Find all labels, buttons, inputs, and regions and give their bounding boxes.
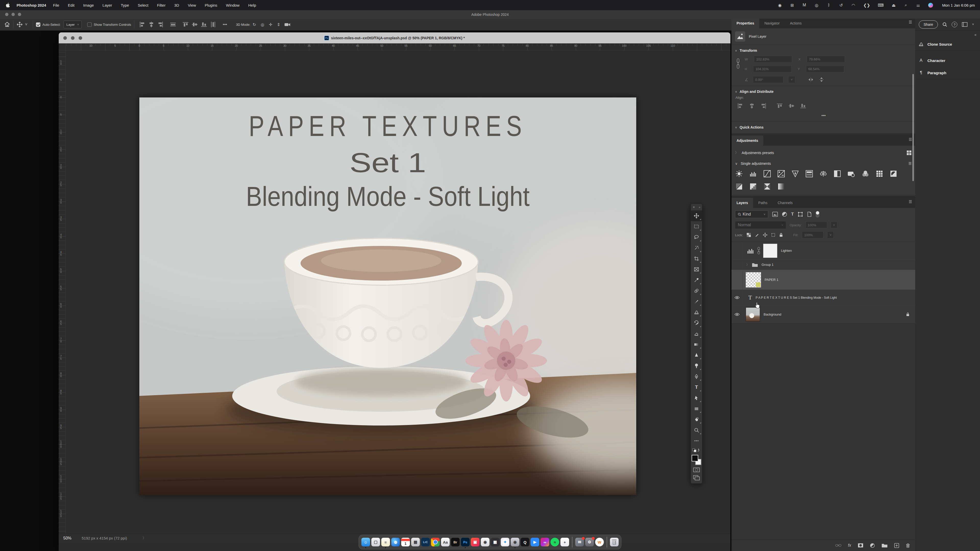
status-icon[interactable]: ⌕ <box>904 3 908 7</box>
canvas-workspace[interactable]: 1050510152025303540455055606570758085909… <box>59 43 730 542</box>
tool-lasso[interactable] <box>691 232 702 243</box>
tool-frame[interactable] <box>691 264 702 275</box>
link-dimensions-icon[interactable] <box>736 58 740 69</box>
tool-gradient[interactable] <box>691 339 702 350</box>
single-adjustments-header[interactable]: Single adjustments <box>741 162 771 165</box>
opacity-field[interactable]: 100% <box>805 221 827 229</box>
layer-thumbnail[interactable] <box>746 307 760 322</box>
adj-gradient-map-icon[interactable] <box>776 182 786 191</box>
mask-link-icon[interactable] <box>757 247 760 254</box>
tool-rectangle[interactable] <box>691 403 702 414</box>
tool-brush[interactable] <box>691 296 702 307</box>
help-icon[interactable]: ? <box>952 22 957 27</box>
dock-app-icon[interactable]: LrC <box>421 538 430 546</box>
status-icon[interactable]: ⌨ <box>878 3 883 8</box>
share-button[interactable]: Share <box>919 21 938 29</box>
filter-kind-dropdown[interactable]: Kind ˅ <box>735 210 768 218</box>
adj-threshold-icon[interactable] <box>749 182 758 191</box>
apple-menu[interactable] <box>6 3 10 8</box>
blend-mode-dropdown[interactable]: Normal˅ <box>735 221 786 229</box>
menu-item[interactable]: 3D <box>170 3 183 7</box>
panel-menu-icon[interactable]: ☰ <box>909 20 912 24</box>
adjustments-presets-header[interactable]: Adjustments presets <box>741 151 774 155</box>
tool-move[interactable] <box>691 210 702 221</box>
ruler-horizontal[interactable]: 1050510152025303540455055606570758085909… <box>66 43 730 51</box>
status-icon[interactable]: ◠ <box>851 3 856 8</box>
filter-toggle[interactable] <box>816 211 819 218</box>
prop-align-top-icon[interactable] <box>776 103 783 109</box>
adj-channel-mixer-icon[interactable] <box>861 169 870 178</box>
layer-thumbnail[interactable] <box>746 272 761 287</box>
tab-navigator[interactable]: Navigator <box>759 18 785 28</box>
prop-align-bottom-icon[interactable] <box>800 103 807 109</box>
menu-clock[interactable]: Mon 1 Jan 6:06 pm <box>942 3 975 7</box>
dock-app-icon[interactable]: ◉ <box>511 538 519 546</box>
menu-item[interactable]: Select <box>134 3 153 7</box>
adj-posterize-icon[interactable] <box>735 182 744 191</box>
auto-select-dropdown[interactable]: Layer˅ <box>64 21 82 28</box>
panel-paragraph[interactable]: ¶ Paragraph <box>915 67 980 79</box>
align-vertical-centers-icon[interactable] <box>191 21 198 28</box>
dock-app-icon[interactable]: Q <box>520 538 529 546</box>
dock-app-icon[interactable]: ◍ <box>391 538 400 546</box>
tool-rectangular-marquee[interactable] <box>691 221 702 232</box>
flip-horizontal-icon[interactable] <box>808 77 814 83</box>
3d-slide-icon[interactable]: ⇕ <box>277 22 280 27</box>
rotation-dropdown[interactable]: ˅ <box>788 76 795 83</box>
filter-smart-objects-icon[interactable] <box>807 212 811 217</box>
dock-app-icon[interactable]: W <box>595 538 604 546</box>
dock-app-icon[interactable]: Br <box>451 538 460 546</box>
tab-channels[interactable]: Channels <box>773 198 798 208</box>
prop-align-hcenter-icon[interactable] <box>749 103 755 109</box>
layer-row-paper1[interactable]: PAPER 1 <box>732 270 915 290</box>
distribute-horizontal-icon[interactable] <box>170 21 177 28</box>
tool-eyedropper[interactable] <box>691 275 702 286</box>
tab-adjustments[interactable]: Adjustments <box>732 135 763 146</box>
menu-item[interactable]: View <box>183 3 200 7</box>
more-align-options[interactable]: ••• <box>223 22 227 27</box>
foreground-background-swatches[interactable] <box>691 455 702 465</box>
status-icon[interactable]: ◎ <box>815 3 819 8</box>
delete-layer-icon[interactable] <box>906 543 910 548</box>
group-expand-chevron[interactable]: 〉 <box>746 262 749 267</box>
rotation-field[interactable]: 0.00° <box>753 76 783 83</box>
workspace-icon[interactable] <box>962 22 967 27</box>
dock-app-icon[interactable]: ▢ <box>371 538 380 546</box>
dock-app-icon[interactable]: ✉ <box>575 538 584 546</box>
dock-app-icon[interactable]: ≡ <box>381 538 390 546</box>
adj-levels-icon[interactable] <box>749 169 758 178</box>
align-left-edges-icon[interactable] <box>139 21 145 28</box>
menu-app-name[interactable]: Photoshop 2024 <box>17 3 46 7</box>
dock-app-icon[interactable]: ☺ <box>361 538 370 546</box>
status-icon[interactable]: ⚌ <box>916 3 921 8</box>
lock-pixels-icon[interactable] <box>755 233 759 237</box>
ruler-vertical[interactable]: 1 05051 01 52 02 53 03 54 04 55 05 56 06… <box>59 51 66 542</box>
align-right-edges-icon[interactable] <box>157 21 164 28</box>
lock-all-icon[interactable] <box>779 233 783 237</box>
app-window-controls[interactable] <box>5 13 21 16</box>
canvas-image[interactable]: PAPER TEXTURES Set 1 Blending Mode - Sof… <box>139 97 636 495</box>
x-field[interactable]: 79.66% <box>807 56 845 63</box>
menu-item[interactable]: Image <box>79 3 98 7</box>
prop-align-vcenter-icon[interactable] <box>788 103 795 109</box>
dock-app-icon[interactable] <box>572 537 573 548</box>
move-tool-chevron[interactable]: ˅ <box>25 22 27 27</box>
status-icon[interactable]: ↺ <box>839 3 843 8</box>
workspace-chevron[interactable]: ˅ <box>972 23 974 26</box>
panel-scrollbar[interactable] <box>912 74 914 181</box>
toolbar-expand-icon[interactable]: » <box>699 206 700 209</box>
tool-object-selection[interactable] <box>691 243 702 253</box>
layer-name[interactable]: Background <box>764 313 781 316</box>
dock-app-icon[interactable]: ≈ <box>550 538 559 546</box>
dock-app-icon[interactable] <box>607 537 607 548</box>
dock-app-icon[interactable]: + <box>560 538 569 546</box>
adjustments-menu-icon[interactable]: ☰ <box>909 137 912 142</box>
new-layer-icon[interactable] <box>894 543 899 548</box>
width-field[interactable]: 102.83% <box>754 56 792 63</box>
tool-eraser[interactable] <box>691 328 702 339</box>
tab-layers[interactable]: Layers <box>732 198 753 208</box>
tool-hand[interactable] <box>691 414 702 425</box>
status-icon[interactable]: ⊞ <box>790 3 794 8</box>
tool-spot-healing-brush[interactable] <box>691 286 702 296</box>
y-field[interactable]: 68.54% <box>806 65 844 73</box>
